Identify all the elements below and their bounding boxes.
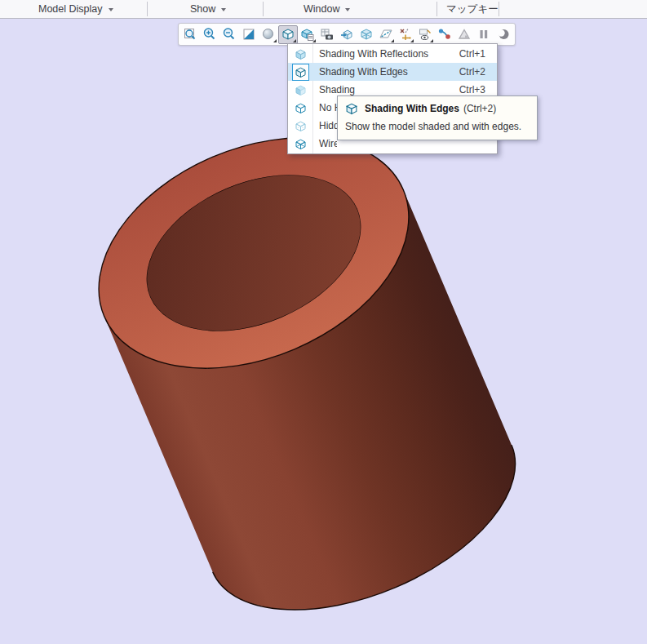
- menubar-separator: [147, 2, 148, 16]
- menu-item-shortcut: Ctrl+3: [459, 84, 497, 95]
- shading-with-edges-tooltip: Shading With Edges (Ctrl+2) Show the mod…: [337, 95, 538, 140]
- menu-show[interactable]: Show: [190, 0, 226, 18]
- display-style-button[interactable]: [278, 25, 298, 44]
- menu-item-label: Shading With Edges: [312, 66, 459, 78]
- flyout-arrow-icon: [312, 39, 316, 42]
- menu-mapkeys[interactable]: マップキー: [446, 0, 499, 18]
- activate-window-icon: [339, 27, 354, 42]
- menu-window-label: Window: [304, 1, 339, 18]
- shading-quality-button[interactable]: [259, 25, 278, 44]
- chevron-down-icon: [221, 8, 226, 11]
- view-manager-icon: [320, 27, 335, 42]
- saved-orientations-button[interactable]: [298, 25, 317, 44]
- in-graphics-toolbar: [178, 23, 516, 46]
- view-manager-button[interactable]: [317, 25, 337, 44]
- cylinder-group: [64, 93, 545, 644]
- chevron-down-icon: [109, 8, 113, 11]
- menu-window[interactable]: Window: [304, 0, 350, 18]
- flyout-arrow-icon: [293, 39, 296, 42]
- repaint-button[interactable]: [239, 25, 259, 44]
- flyout-arrow-icon: [391, 39, 394, 42]
- menubar-separator: [263, 2, 264, 16]
- refit-icon: [183, 27, 197, 42]
- flyout-arrow-icon: [410, 39, 414, 42]
- cube-wireframe-icon: [295, 138, 307, 150]
- menu-item-label: Wireframe: [312, 138, 337, 149]
- menu-item-label: No Hidden: [312, 102, 337, 113]
- zoom-out-icon: [222, 27, 237, 42]
- tooltip-shortcut: (Ctrl+2): [463, 103, 496, 114]
- menu-item-label: Shading With Reflections: [312, 48, 459, 60]
- menu-show-label: Show: [190, 1, 215, 18]
- tooltip-description: Show the model shaded and with edges.: [345, 121, 530, 132]
- transparent-cube-icon: [359, 27, 374, 42]
- simulate-icon: [457, 27, 472, 42]
- plane-display-button[interactable]: [376, 25, 396, 44]
- flyout-arrow-icon: [430, 39, 433, 42]
- tooltip-title: Shading With Edges: [365, 103, 459, 114]
- menu-item-shortcut: Ctrl+1: [459, 48, 497, 60]
- transparent-view-button[interactable]: [357, 25, 376, 44]
- zoom-out-button[interactable]: [219, 25, 239, 44]
- menu-item-label: Hidden Line: [312, 120, 337, 131]
- simulate-button-disabled[interactable]: [454, 25, 474, 44]
- pause-icon: [476, 27, 491, 42]
- flyout-arrow-icon: [273, 39, 277, 42]
- graph-links-icon: [437, 27, 452, 42]
- cube-hidden-line-icon: [295, 120, 307, 132]
- zoom-in-button[interactable]: [200, 25, 219, 44]
- menu-mapkeys-label: マップキー: [446, 1, 499, 18]
- activate-window-button[interactable]: [337, 25, 357, 44]
- graph-links-button[interactable]: [435, 25, 454, 44]
- menu-item-shading-with-reflections[interactable]: Shading With Reflections Ctrl+1: [288, 45, 497, 63]
- pause-button-disabled[interactable]: [474, 25, 494, 44]
- menubar-separator: [437, 2, 437, 16]
- datum-display-filters-button[interactable]: [396, 25, 415, 44]
- menu-model-display-label: Model Display: [38, 1, 103, 18]
- menu-item-shortcut: Ctrl+2: [459, 66, 497, 78]
- creo-graphics-window: { "menubar": { "items": [ {"label": "Mod…: [0, 0, 647, 644]
- menubar: Model Display Show Window マップキー: [0, 0, 647, 19]
- resume-button-disabled[interactable]: [494, 25, 513, 44]
- menu-model-display[interactable]: Model Display: [38, 0, 113, 18]
- menu-item-label: Shading: [312, 84, 459, 95]
- refit-button[interactable]: [180, 25, 200, 44]
- repaint-icon: [242, 27, 256, 42]
- cube-edges-icon: [295, 66, 307, 78]
- cube-edges-icon: [345, 102, 358, 115]
- zoom-in-icon: [202, 27, 217, 42]
- menubar-separator: [499, 2, 499, 16]
- annotation-display-button[interactable]: [415, 25, 435, 44]
- resume-icon: [496, 27, 511, 42]
- menu-item-shading-with-edges[interactable]: Shading With Edges Ctrl+2: [288, 63, 497, 81]
- cube-shaded-icon: [295, 84, 307, 96]
- cube-no-hidden-icon: [295, 102, 307, 114]
- chevron-down-icon: [345, 8, 350, 11]
- cube-reflections-icon: [295, 48, 307, 60]
